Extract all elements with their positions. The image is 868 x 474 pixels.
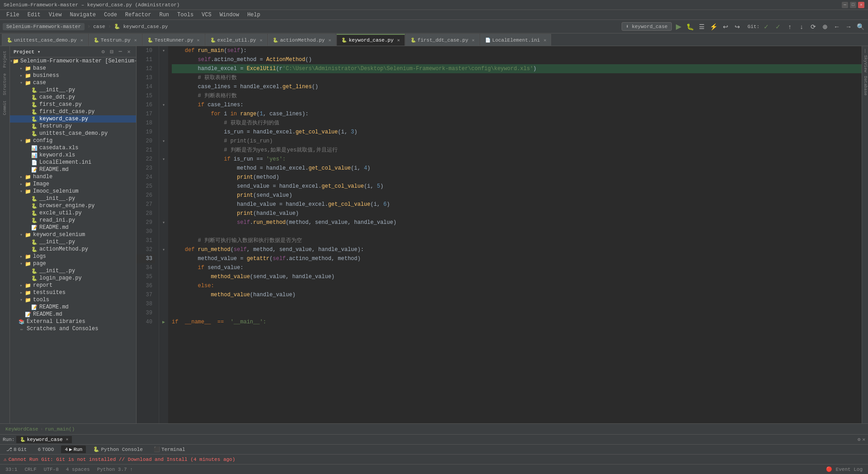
bottom-tab-terminal[interactable]: ⬛ Terminal [150, 446, 189, 453]
tree-item-base[interactable]: ▸📁base [10, 65, 136, 72]
database-icon[interactable]: Database [863, 76, 868, 95]
menu-help[interactable]: Help [244, 11, 264, 19]
minimize-button[interactable]: ─ [842, 2, 848, 8]
tree-item-case[interactable]: ▾📁case [10, 79, 136, 86]
toolbar-btn6[interactable]: ↪ [732, 22, 742, 32]
code-line-22[interactable]: if is_run == 'yes': [172, 155, 862, 164]
tree-expand-arrow[interactable]: ▸ [18, 289, 24, 296]
fold-arrow-29[interactable]: ▾ [159, 218, 168, 227]
code-line-36[interactable]: else: [172, 281, 862, 290]
tree-item-read-ini-py[interactable]: 🐍read_ini.py [10, 217, 136, 224]
code-line-10[interactable]: def run_main(self): [172, 46, 862, 55]
tree-item-testrun-py[interactable]: 🐍Testrun.py [10, 123, 136, 130]
breadcrumb-class[interactable]: KeyWordCase [5, 427, 38, 432]
search-button[interactable]: 🔍 [855, 22, 865, 32]
fold-arrow-16[interactable]: ▾ [159, 100, 168, 109]
tree-item-imooc-selenium[interactable]: ▾📁Imooc_selenium [10, 188, 136, 195]
code-line-27[interactable]: handle_value = handle_excel.get_col_valu… [172, 200, 862, 209]
tree-item-login-page-py[interactable]: 🐍login_page.py [10, 275, 136, 282]
menu-navigate[interactable]: Navigate [66, 11, 99, 19]
project-breadcrumb[interactable]: Selenium-Framework-master [3, 23, 85, 30]
fold-arrow-10[interactable]: ▾ [159, 46, 168, 55]
bottom-tab-git[interactable]: ⎇ 8 Git [3, 446, 30, 453]
tree-expand-arrow[interactable]: ▾ [18, 297, 24, 303]
status-indent[interactable]: 4 spaces [64, 467, 92, 472]
tree-item-external-libraries[interactable]: 📚External Libraries [10, 318, 136, 325]
code-line-30[interactable] [172, 227, 862, 236]
tab-keyword-case[interactable]: 🐍 keyword_case.py ✕ [336, 34, 405, 46]
git-btn8[interactable]: → [844, 22, 854, 32]
project-collapse-icon[interactable]: — [117, 48, 124, 55]
git-btn5[interactable]: ⟳ [808, 22, 818, 32]
run-panel-tab-keyword[interactable]: 🐍 keyword_case ✕ [16, 436, 72, 443]
tree-item-excle-util-py[interactable]: 🐍excle_util.py [10, 209, 136, 217]
menu-file[interactable]: File [3, 11, 23, 19]
code-line-21[interactable]: # 判断是否为yes,如果是yes就取值,并且运行 [172, 146, 862, 155]
vertical-tab-structure[interactable]: Structure [1, 71, 9, 98]
tree-item-selenium-framework-master--selenium-framework----[interactable]: ▾📁Selenium-Framework-master [Selenium-Fr… [10, 57, 136, 65]
code-line-34[interactable]: if send_value: [172, 263, 862, 272]
code-line-11[interactable]: self.actino_method = ActionMethod() [172, 55, 862, 64]
tree-item-keyword-case-py[interactable]: 🐍keyword_case.py [10, 115, 136, 123]
fold-arrow-32[interactable]: ▾ [159, 245, 168, 254]
tab-testrunner[interactable]: 🐍 TestRunner.py ✕ [142, 34, 205, 46]
code-line-35[interactable]: method_value(send_value, handle_value) [172, 272, 862, 281]
menu-view[interactable]: View [45, 11, 66, 19]
tree-item-unittest-case-demo-py[interactable]: 🐍unittest_case_demo.py [10, 130, 136, 137]
code-line-23[interactable]: method = handle_excel.get_col_value(i, 4… [172, 164, 862, 173]
tab-unittest[interactable]: 🐍 unittest_case_demo.py ✕ [2, 34, 88, 46]
tree-item-localelement-ini[interactable]: 📄LocalElement.ini [10, 159, 136, 166]
fold-arrow-20[interactable]: ▾ [159, 137, 168, 146]
event-log-label[interactable]: Event Log [834, 467, 864, 472]
git-btn4[interactable]: ↓ [797, 22, 807, 32]
menu-window[interactable]: Window [216, 11, 243, 19]
tree-item---init---py[interactable]: 🐍__init__.py [10, 267, 136, 275]
code-line-15[interactable]: # 判断表格行数 [172, 91, 862, 100]
git-check2[interactable]: ✓ [773, 22, 783, 32]
toolbar-btn5[interactable]: ↩ [721, 22, 731, 32]
menu-run[interactable]: Run [156, 11, 173, 19]
code-line-29[interactable]: self.run_method(method, send_value, hand… [172, 218, 862, 227]
tab-actionmethod[interactable]: 🐍 actionMethod.py ✕ [268, 34, 336, 46]
tree-item-actionmethod-py[interactable]: 🐍actionMethod.py [10, 246, 136, 253]
tree-expand-arrow[interactable]: ▾ [18, 188, 24, 194]
bottom-tab-python-console[interactable]: 🐍 Python Console [90, 446, 146, 453]
status-position[interactable]: 33:1 [4, 467, 19, 472]
close-button[interactable]: ✕ [858, 2, 864, 8]
status-python[interactable]: Python 3.7 ↑ [95, 467, 135, 472]
maximize-button[interactable]: □ [850, 2, 856, 8]
vertical-tab-commit[interactable]: Commit [1, 98, 9, 118]
tree-item-readme-md[interactable]: 📝README.md [10, 311, 136, 318]
tree-item---init---py[interactable]: 🐍__init__.py [10, 238, 136, 246]
project-close-icon[interactable]: ✕ [125, 48, 132, 55]
run-settings-icon[interactable]: ⚙ [858, 436, 861, 442]
code-line-16[interactable]: if case_lines: [172, 100, 862, 109]
tab-local-element[interactable]: 📄 LocalElement.ini ✕ [480, 34, 552, 46]
tree-item---init---py[interactable]: 🐍__init__.py [10, 195, 136, 202]
tree-expand-arrow[interactable]: ▾ [18, 261, 24, 267]
profile-button[interactable]: ⚡ [709, 22, 719, 32]
code-line-28[interactable]: print(handle_value) [172, 209, 862, 218]
code-line-40[interactable]: if __name__ == '__main__': [172, 318, 862, 327]
code-line-20[interactable]: # print(is_run) [172, 137, 862, 146]
code-line-26[interactable]: print(send_value) [172, 191, 862, 200]
status-encoding[interactable]: UTF-8 [42, 467, 61, 472]
menu-code[interactable]: Code [100, 11, 121, 19]
menu-refactor[interactable]: Refactor [122, 11, 155, 19]
tab-testrun[interactable]: 🐍 Testrun.py ✕ [89, 34, 142, 46]
tab-close-first-ddt[interactable]: ✕ [472, 38, 475, 43]
menu-edit[interactable]: Edit [24, 11, 44, 19]
tree-item---init---py[interactable]: 🐍__init__.py [10, 86, 136, 94]
code-line-12[interactable]: handle_excel = ExcelUtil(r'C:\Users\Admi… [172, 64, 862, 73]
project-settings-icon[interactable]: ⚙ [99, 48, 107, 55]
tree-item-config[interactable]: ▾📁config [10, 137, 136, 144]
code-line-19[interactable]: is_run = handle_excel.get_col_value(i, 3… [172, 128, 862, 137]
tab-close-actionmethod[interactable]: ✕ [328, 38, 331, 43]
tree-expand-arrow[interactable]: ▸ [18, 65, 24, 71]
code-line-14[interactable]: case_lines = handle_excel.get_lines() [172, 82, 862, 91]
tree-expand-arrow[interactable]: ▸ [18, 282, 24, 289]
tree-item-first-case-py[interactable]: 🐍first_case.py [10, 101, 136, 108]
project-expand-icon[interactable]: ⊟ [108, 48, 115, 55]
tree-item-readme-md[interactable]: 📝README.md [10, 224, 136, 231]
tree-item-browser-engine-py[interactable]: 🐍browser_engine.py [10, 202, 136, 209]
